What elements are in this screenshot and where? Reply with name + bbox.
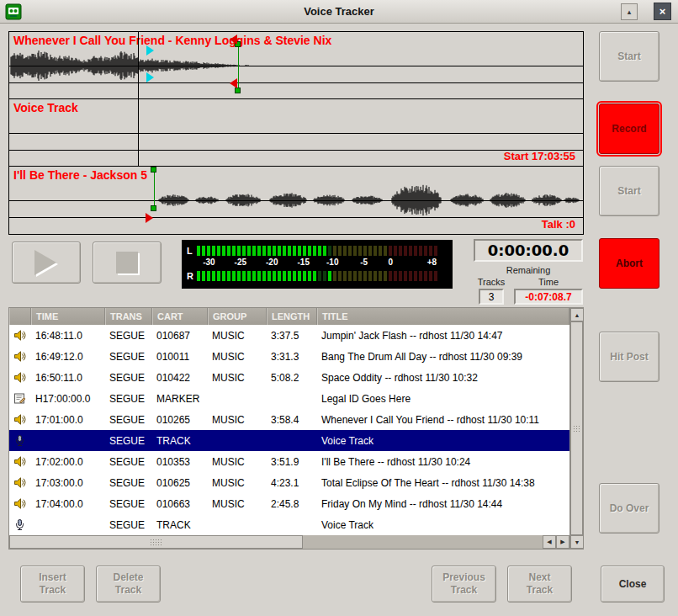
abort-button[interactable]: Abort [599, 238, 659, 289]
record-button[interactable]: Record [599, 104, 659, 154]
log-cell: 17:03:00.0 [31, 472, 105, 493]
meter-segment [303, 271, 306, 281]
fade-marker-icon[interactable] [146, 45, 154, 56]
insert-track-button[interactable]: Insert Track [20, 566, 85, 603]
vertical-scrollbar[interactable]: ▲ ▼ [569, 308, 583, 549]
scroll-left-icon[interactable]: ◀ [543, 535, 556, 549]
start-marker-arrow-icon[interactable] [146, 213, 153, 223]
log-cell: Voice Track [317, 430, 569, 451]
horizontal-scrollbar[interactable]: ◀ ▶ [9, 535, 569, 549]
meter-segment [283, 271, 286, 281]
meter-segment [338, 271, 342, 281]
meter-segment [394, 246, 397, 256]
log-cell: MUSIC [208, 472, 267, 493]
log-cell [267, 388, 317, 409]
start-marker-handle[interactable] [151, 167, 156, 173]
playout-boundary-line [138, 32, 139, 98]
log-row[interactable]: SEGUETRACKVoice Track [9, 514, 569, 535]
log-cell: Space Oddity -- rdhost 11/30 10:32 [317, 367, 569, 388]
log-cell [208, 388, 267, 409]
start-track3-button[interactable]: Start [599, 166, 659, 216]
meter-segment [343, 271, 347, 281]
end-marker-arrow-icon[interactable] [230, 35, 237, 45]
log-cell: 16:48:11.0 [31, 325, 105, 346]
meter-segment [368, 246, 372, 256]
log-cell: 3:31.3 [267, 346, 317, 367]
log-cell [31, 514, 105, 535]
shade-button[interactable]: ▴ [621, 3, 638, 20]
microphone-icon [9, 430, 31, 451]
track-panel-3[interactable]: I'll Be There - Jackson 5Talk :0 [9, 167, 583, 234]
meter-segment [313, 271, 316, 281]
log-row[interactable]: 17:01:00.0SEGUE010265MUSIC3:58.4Whenever… [9, 409, 569, 430]
log-column-header-time: TIME [31, 308, 105, 325]
meter-segment [409, 246, 412, 256]
meter-segment [424, 246, 427, 256]
scroll-up-icon[interactable]: ▲ [570, 308, 584, 321]
previous-track-button[interactable]: Previous Track [432, 566, 496, 603]
meter-segment [222, 246, 225, 256]
meter-segment [358, 271, 362, 281]
hscroll-thumb[interactable] [9, 535, 303, 549]
meter-segment [404, 271, 407, 281]
meter-segment [368, 271, 372, 281]
next-track-button[interactable]: Next Track [507, 566, 572, 603]
meter-segment [363, 271, 367, 281]
window-close-button[interactable]: × [654, 3, 671, 20]
meter-segment [222, 271, 225, 281]
meter-segment [373, 246, 377, 256]
stop-button[interactable] [93, 242, 162, 284]
meter-segment [409, 271, 412, 281]
log-cell [267, 430, 317, 451]
log-cell: 010422 [152, 367, 208, 388]
remaining-label: Remaining [471, 265, 585, 275]
log-cell: SEGUE [105, 325, 152, 346]
scroll-down-icon[interactable]: ▼ [570, 535, 584, 549]
meter-scale-label: -25 [235, 258, 246, 267]
meter-segment [293, 271, 296, 281]
scroll-right-icon[interactable]: ▶ [556, 535, 569, 549]
end-marker-line[interactable] [238, 44, 239, 93]
meter-segment [419, 246, 422, 256]
meter-segment [394, 271, 397, 281]
log-cell: MUSIC [208, 409, 267, 430]
log-row[interactable]: 17:03:00.0SEGUE010625MUSIC4:23.1Total Ec… [9, 472, 569, 493]
meter-segment [379, 246, 382, 256]
meter-segment [207, 271, 210, 281]
log-row[interactable]: 16:49:12.0SEGUE010011MUSIC3:31.3Bang The… [9, 346, 569, 367]
playout-boundary-line [138, 99, 139, 166]
hit-post-button[interactable]: Hit Post [599, 332, 659, 382]
meter-scale-label: -15 [297, 258, 309, 267]
delete-track-button[interactable]: Delete Track [96, 566, 161, 603]
audio-level-meter: L -30-25-20-15-10-50+8 R [182, 240, 453, 289]
log-row[interactable]: 17:04:00.0SEGUE010663MUSIC2:45.8Friday O… [9, 493, 569, 514]
log-cell [267, 514, 317, 535]
close-button[interactable]: Close [601, 566, 665, 603]
log-row[interactable]: 16:50:11.0SEGUE010422MUSIC5:08.2Space Od… [9, 367, 569, 388]
start-track1-button[interactable]: Start [599, 31, 659, 82]
end-marker-handle[interactable] [235, 88, 241, 93]
end-marker-arrow-icon[interactable] [230, 78, 237, 88]
track-panel-1[interactable]: Whenever I Call You Friend - Kenny Loggi… [9, 32, 583, 99]
log-row[interactable]: SEGUETRACKVoice Track [9, 430, 569, 451]
log-row[interactable]: 16:48:11.0SEGUE010687MUSIC3:37.5Jumpin' … [9, 325, 569, 346]
start-marker-handle[interactable] [151, 205, 156, 211]
meter-segment [278, 271, 281, 281]
track-panel-2[interactable]: Voice TrackStart 17:03:55 [9, 99, 583, 167]
play-button[interactable] [12, 242, 81, 284]
vscroll-thumb[interactable] [570, 321, 583, 535]
meter-segment [273, 271, 276, 281]
log-row[interactable]: H17:00:00.0SEGUEMARKERLegal ID Goes Here [9, 388, 569, 409]
meter-segment [202, 271, 205, 281]
do-over-button[interactable]: Do Over [599, 483, 659, 534]
log-cell: MUSIC [208, 346, 267, 367]
log-cell: 17:02:00.0 [31, 451, 105, 472]
log-row[interactable]: 17:02:00.0SEGUE010353MUSIC3:51.9I'll Be … [9, 451, 569, 472]
fade-marker-icon[interactable] [146, 72, 154, 82]
meter-segment [348, 246, 352, 256]
hscroll-track[interactable] [9, 535, 543, 549]
tracks-remaining-label: Tracks [478, 277, 506, 287]
remaining-panel: Remaining Tracks 3 Time -0:07:08.7 [471, 265, 585, 305]
log-cell: 010011 [152, 346, 208, 367]
meter-segment [389, 271, 392, 281]
